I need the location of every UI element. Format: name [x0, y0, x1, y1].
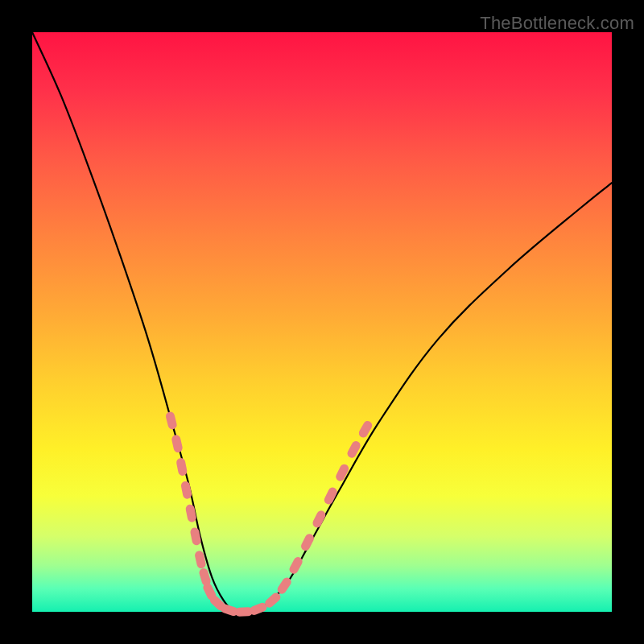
curve-marker	[312, 510, 328, 530]
curve-marker	[165, 411, 178, 430]
curve-marker	[185, 504, 197, 523]
curve-marker	[171, 434, 184, 453]
curve-marker	[180, 481, 192, 500]
curve-marker	[175, 457, 188, 477]
curve-marker	[334, 463, 350, 483]
chart-area	[32, 32, 612, 612]
curve-marker	[299, 532, 316, 552]
curve-marker	[357, 419, 374, 440]
chart-svg	[32, 32, 612, 612]
curve-marker	[346, 440, 362, 460]
bottleneck-curve	[32, 32, 612, 613]
watermark: TheBottleneck.com	[480, 13, 634, 34]
curve-marker	[189, 527, 201, 547]
